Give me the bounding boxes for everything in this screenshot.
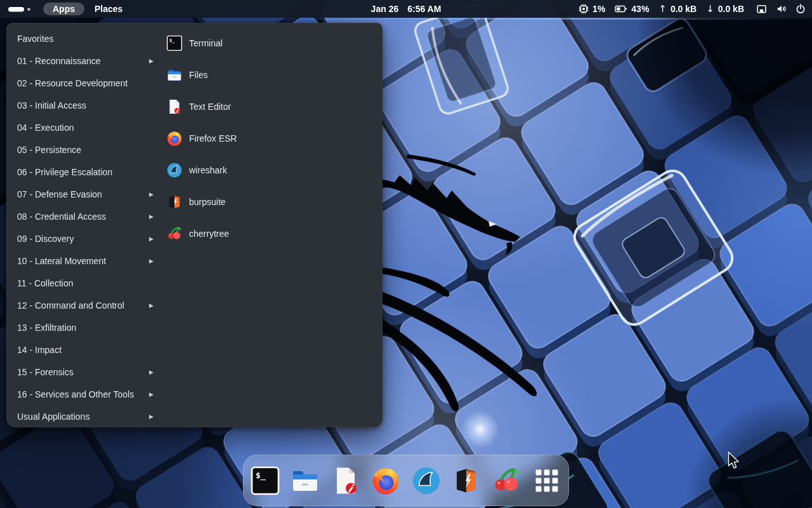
menu-category-label: 08 - Credential Access bbox=[17, 211, 149, 222]
menu-category-01-reconnaissance[interactable]: 01 - Reconnaissance▶ bbox=[17, 50, 155, 72]
kali-logo-icon bbox=[8, 5, 33, 13]
up-arrow-icon: ↑ bbox=[658, 3, 667, 15]
submenu-arrow-icon: ▶ bbox=[149, 58, 154, 64]
desktop: Apps Places Jan 26 6:56 AM 1% bbox=[0, 0, 812, 508]
menu-category-label: 02 - Resource Development bbox=[17, 78, 155, 88]
network-button[interactable] bbox=[756, 4, 767, 14]
files-icon bbox=[166, 67, 183, 83]
cpu-value: 1% bbox=[593, 4, 605, 14]
menu-category-06-privilege-escalation[interactable]: 06 - Privilege Escalation bbox=[17, 161, 155, 183]
cpu-indicator[interactable]: 1% bbox=[579, 4, 605, 14]
menu-category-label: 07 - Defense Evasion bbox=[17, 189, 149, 199]
favorite-terminal[interactable]: $_Terminal bbox=[166, 27, 237, 59]
menu-category-11-collection[interactable]: 11 - Collection bbox=[17, 272, 155, 294]
dock-files[interactable] bbox=[290, 465, 320, 496]
menu-category-label: 12 - Command and Control bbox=[17, 300, 149, 311]
menu-category-02-resource-development[interactable]: 02 - Resource Development bbox=[17, 72, 155, 94]
cpu-icon bbox=[579, 4, 589, 14]
menu-category-list: Favorites01 - Reconnaissance▶02 - Resour… bbox=[17, 27, 155, 427]
network-icon bbox=[756, 4, 767, 14]
menu-category-10-lateral-movement[interactable]: 10 - Lateral Movement▶ bbox=[17, 250, 155, 272]
menu-category-label: 01 - Reconnaissance bbox=[17, 56, 149, 66]
favorite-wireshark[interactable]: wireshark bbox=[166, 154, 237, 186]
menu-category-09-discovery[interactable]: 09 - Discovery▶ bbox=[17, 227, 155, 250]
favorite-label: Files bbox=[189, 70, 208, 80]
show-apps-icon bbox=[532, 465, 562, 496]
text-editor-icon bbox=[166, 98, 183, 115]
menu-category-13-exfiltration[interactable]: 13 - Exfiltration bbox=[17, 316, 155, 338]
dock-show-apps[interactable] bbox=[532, 465, 562, 496]
favorite-label: Firefox ESR bbox=[189, 133, 237, 144]
submenu-arrow-icon: ▶ bbox=[149, 302, 154, 309]
menu-category-favorites[interactable]: Favorites bbox=[17, 27, 155, 50]
power-button[interactable] bbox=[796, 4, 806, 14]
battery-indicator[interactable]: 43% bbox=[615, 4, 649, 14]
dock: $_ bbox=[243, 455, 569, 506]
wireshark-icon bbox=[411, 465, 442, 496]
menu-category-14-impact[interactable]: 14 - Impact bbox=[17, 338, 155, 361]
menu-category-label: 03 - Initial Access bbox=[17, 100, 155, 110]
favorite-burpsuite[interactable]: burpsuite bbox=[166, 186, 237, 218]
menu-category-usual-applications[interactable]: Usual Applications▶ bbox=[17, 405, 155, 427]
places-button[interactable]: Places bbox=[95, 4, 122, 14]
cherrytree-icon bbox=[492, 465, 522, 496]
menu-category-label: 16 - Services and Other Tools bbox=[17, 389, 149, 399]
favorite-files[interactable]: Files bbox=[166, 59, 237, 91]
volume-button[interactable] bbox=[776, 4, 787, 14]
net-up-indicator[interactable]: ↑ 0.0 kB bbox=[658, 3, 697, 15]
clock[interactable]: Jan 26 6:56 AM bbox=[371, 0, 442, 18]
net-up-value: 0.0 kB bbox=[671, 4, 697, 14]
menu-category-label: Usual Applications bbox=[17, 411, 149, 422]
volume-icon bbox=[776, 4, 787, 14]
menu-category-04-execution[interactable]: 04 - Execution bbox=[17, 116, 155, 138]
kali-logo[interactable] bbox=[8, 5, 33, 13]
dock-terminal[interactable]: $_ bbox=[250, 465, 280, 496]
top-panel: Apps Places Jan 26 6:56 AM 1% bbox=[0, 0, 812, 18]
net-down-indicator[interactable]: ↓ 0.0 kB bbox=[706, 3, 744, 15]
menu-category-label: 05 - Persistence bbox=[17, 145, 155, 155]
favorite-cherrytree[interactable]: cherrytree bbox=[166, 218, 237, 250]
cherrytree-icon bbox=[166, 225, 183, 242]
menu-category-label: 13 - Exfiltration bbox=[17, 323, 155, 333]
submenu-arrow-icon: ▶ bbox=[149, 258, 154, 264]
firefox-icon bbox=[370, 465, 401, 496]
menu-category-label: 14 - Impact bbox=[17, 345, 155, 355]
terminal-icon: $_ bbox=[250, 465, 280, 496]
text-editor-icon bbox=[331, 465, 361, 496]
dock-wireshark[interactable] bbox=[411, 465, 442, 496]
burpsuite-icon bbox=[451, 465, 481, 496]
clock-date: Jan 26 bbox=[371, 4, 399, 14]
menu-category-03-initial-access[interactable]: 03 - Initial Access bbox=[17, 94, 155, 116]
menu-category-07-defense-evasion[interactable]: 07 - Defense Evasion▶ bbox=[17, 183, 155, 205]
favorite-firefox-esr[interactable]: Firefox ESR bbox=[166, 123, 237, 154]
dock-burpsuite[interactable] bbox=[451, 465, 481, 496]
favorite-text-editor[interactable]: Text Editor bbox=[166, 91, 237, 123]
submenu-arrow-icon: ▶ bbox=[149, 213, 154, 220]
clock-time: 6:56 AM bbox=[407, 4, 441, 14]
dock-cherrytree[interactable] bbox=[492, 465, 522, 496]
apps-button[interactable]: Apps bbox=[43, 3, 84, 15]
submenu-arrow-icon: ▶ bbox=[149, 391, 154, 398]
menu-category-label: 06 - Privilege Escalation bbox=[17, 167, 155, 177]
favorite-label: cherrytree bbox=[189, 229, 229, 239]
menu-category-label: 10 - Lateral Movement bbox=[17, 256, 149, 266]
dock-firefox[interactable] bbox=[370, 465, 401, 496]
wireshark-icon bbox=[166, 162, 183, 178]
menu-category-label: 04 - Execution bbox=[17, 123, 155, 133]
favorite-label: Terminal bbox=[189, 38, 223, 48]
menu-category-label: 11 - Collection bbox=[17, 278, 155, 288]
mouse-cursor bbox=[728, 451, 740, 469]
down-arrow-icon: ↓ bbox=[706, 3, 714, 15]
dock-text-editor[interactable] bbox=[331, 465, 361, 496]
menu-category-08-credential-access[interactable]: 08 - Credential Access▶ bbox=[17, 205, 155, 227]
menu-category-12-command-and-control[interactable]: 12 - Command and Control▶ bbox=[17, 294, 155, 316]
menu-category-16-services-and-other-tools[interactable]: 16 - Services and Other Tools▶ bbox=[17, 383, 155, 405]
applications-menu: Favorites01 - Reconnaissance▶02 - Resour… bbox=[6, 23, 383, 427]
menu-category-05-persistence[interactable]: 05 - Persistence bbox=[17, 138, 155, 161]
favorite-label: burpsuite bbox=[189, 197, 226, 207]
menu-category-15-forensics[interactable]: 15 - Forensics▶ bbox=[17, 361, 155, 383]
firefox-icon bbox=[166, 130, 183, 147]
burpsuite-icon bbox=[166, 194, 183, 210]
terminal-icon: $_ bbox=[166, 35, 183, 51]
svg-text:$_: $_ bbox=[256, 471, 266, 481]
